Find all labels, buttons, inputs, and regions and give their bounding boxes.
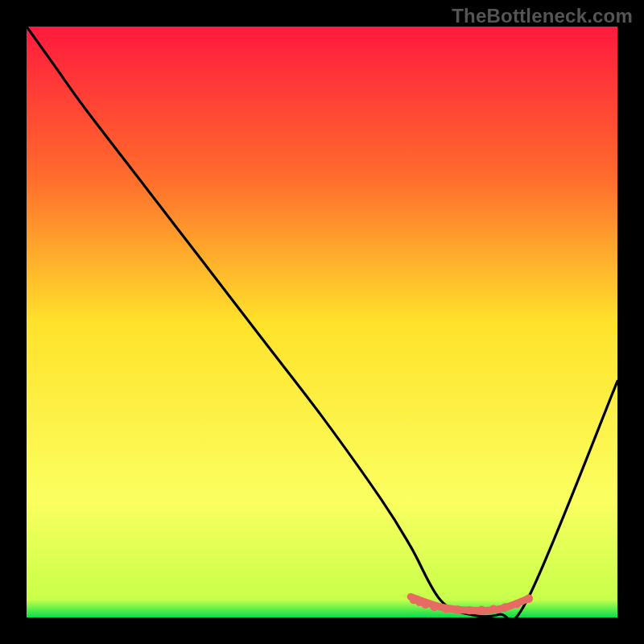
highlight-dot: [454, 605, 462, 613]
highlight-dot: [525, 594, 533, 602]
plot-area: [27, 27, 617, 617]
highlight-dot: [513, 600, 521, 608]
chart-svg: [27, 27, 617, 617]
highlight-dot: [501, 603, 509, 611]
highlight-dot: [442, 605, 450, 613]
highlight-dot: [465, 606, 473, 614]
highlight-dot: [421, 601, 429, 609]
highlight-dot: [489, 605, 497, 613]
chart-stage: TheBottleneck.com: [0, 0, 644, 644]
highlight-dot: [477, 606, 485, 614]
gradient-background: [27, 27, 617, 617]
highlight-dot: [430, 603, 438, 611]
watermark-text: TheBottleneck.com: [452, 5, 633, 27]
